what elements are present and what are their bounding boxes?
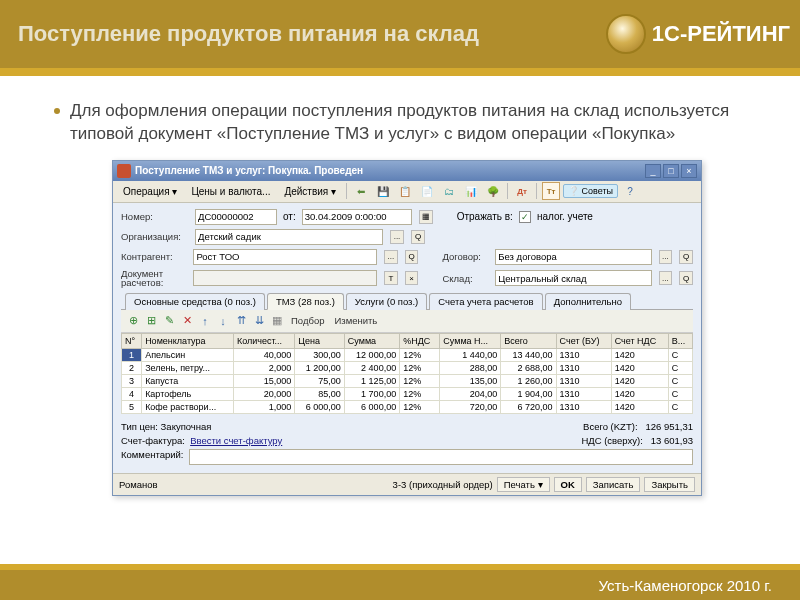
docras-field[interactable]: [193, 270, 377, 286]
save-icon[interactable]: 💾: [374, 182, 392, 200]
number-field[interactable]: ДС00000002: [195, 209, 277, 225]
nds-row: НДС (сверху): 13 601,93: [581, 435, 693, 446]
col-total: Всего: [501, 333, 556, 348]
nds-value: 13 601,93: [651, 435, 693, 446]
form-area: Номер: ДС00000002 от: 30.04.2009 0:00:00…: [113, 203, 701, 416]
col-nds-acct: Счет НДС: [611, 333, 668, 348]
docras-clear-icon[interactable]: ×: [405, 271, 419, 285]
dog-field[interactable]: Без договора: [495, 249, 651, 265]
copy-row-icon[interactable]: ⊞: [143, 313, 159, 329]
sklad-select-icon[interactable]: ...: [659, 271, 673, 285]
contr-field[interactable]: Рост ТОО: [193, 249, 377, 265]
content-area: Для оформления операции поступления прод…: [0, 76, 800, 506]
totals-area: Тип цен: Закупочная Всего (KZT): 126 951…: [113, 416, 701, 473]
date-field[interactable]: 30.04.2009 0:00:00: [302, 209, 412, 225]
table-row[interactable]: 1Апельсин40,000300,0012 000,0012%1 440,0…: [122, 348, 693, 361]
report-icon[interactable]: 📋: [396, 182, 414, 200]
tabs: Основные средства (0 поз.) ТМЗ (28 поз.)…: [121, 292, 693, 310]
table-row[interactable]: 4Картофель20,00085,001 700,0012%204,001 …: [122, 387, 693, 400]
close-button[interactable]: ×: [681, 164, 697, 178]
tab-fixed-assets[interactable]: Основные средства (0 поз.): [125, 293, 265, 310]
separator: [536, 183, 537, 199]
help-icon[interactable]: ?: [621, 182, 639, 200]
sklad-open-icon[interactable]: Q: [679, 271, 693, 285]
date-label: от:: [283, 211, 296, 222]
slide-title: Поступление продуктов питания на склад: [18, 21, 606, 46]
podbor-link[interactable]: Подбор: [287, 315, 328, 326]
slide-header: Поступление продуктов питания на склад 1…: [0, 0, 800, 68]
tab-tmz[interactable]: ТМЗ (28 поз.): [267, 293, 344, 310]
structure-icon[interactable]: 🗂: [440, 182, 458, 200]
comment-field[interactable]: [189, 449, 693, 465]
org-label: Организация:: [121, 231, 189, 242]
bullet-dot-icon: [54, 108, 60, 114]
sort-desc-icon[interactable]: ⇊: [251, 313, 267, 329]
maximize-button[interactable]: □: [663, 164, 679, 178]
move-down-icon[interactable]: ↓: [215, 313, 231, 329]
tab-toolbar: ⊕ ⊞ ✎ ✕ ↑ ↓ ⇈ ⇊ ▦ Подбор Изменить: [121, 310, 693, 333]
print-button[interactable]: Печать ▾: [497, 477, 550, 492]
dog-select-icon[interactable]: ...: [659, 250, 673, 264]
docras-label: Документ расчетов:: [121, 269, 187, 288]
col-nds-pct: %НДС: [400, 333, 440, 348]
post-icon[interactable]: ⬅: [352, 182, 370, 200]
ok-button[interactable]: OK: [554, 477, 582, 492]
logo-text: 1С-РЕЙТИНГ: [652, 21, 790, 47]
contr-select-icon[interactable]: ...: [384, 250, 398, 264]
dog-label: Договор:: [442, 251, 489, 262]
col-v: В...: [668, 333, 692, 348]
table-row[interactable]: 2Зелень, петру...2,0001 200,002 400,0012…: [122, 361, 693, 374]
table-row[interactable]: 3Капуста15,00075,001 125,0012%135,001 26…: [122, 374, 693, 387]
col-price: Цена: [295, 333, 344, 348]
save-button[interactable]: Записать: [586, 477, 641, 492]
total-value: 126 951,31: [645, 421, 693, 432]
menu-operation[interactable]: Операция ▾: [117, 184, 183, 199]
tree-icon[interactable]: 🌳: [484, 182, 502, 200]
separator: [346, 183, 347, 199]
basis-icon[interactable]: 📄: [418, 182, 436, 200]
tax-checkbox[interactable]: ✓: [519, 211, 531, 223]
slide-footer: Усть-Каменогорск 2010 г.: [0, 570, 800, 600]
org-field[interactable]: Детский садик: [195, 229, 383, 245]
sort-asc-icon[interactable]: ⇈: [233, 313, 249, 329]
tab-additional[interactable]: Дополнительно: [545, 293, 631, 310]
close-form-button[interactable]: Закрыть: [644, 477, 695, 492]
titlebar[interactable]: Поступление ТМЗ и услуг: Покупка. Провед…: [113, 161, 701, 181]
number-label: Номер:: [121, 211, 189, 222]
izmenit-link[interactable]: Изменить: [330, 315, 381, 326]
dog-open-icon[interactable]: Q: [679, 250, 693, 264]
menu-prices[interactable]: Цены и валюта...: [185, 184, 276, 199]
col-sum: Сумма: [344, 333, 399, 348]
tab-services[interactable]: Услуги (0 поз.): [346, 293, 427, 310]
sklad-field[interactable]: Центральный склад: [495, 270, 651, 286]
col-acct: Счет (БУ): [556, 333, 611, 348]
app-window: Поступление ТМЗ и услуг: Покупка. Провед…: [112, 160, 702, 496]
minimize-button[interactable]: _: [645, 164, 661, 178]
org-select-icon[interactable]: ...: [390, 230, 404, 244]
tips-button[interactable]: ❔ Советы: [563, 184, 618, 198]
add-row-icon[interactable]: ⊕: [125, 313, 141, 329]
move-up-icon[interactable]: ↑: [197, 313, 213, 329]
items-grid[interactable]: N° Номенклатура Количест... Цена Сумма %…: [121, 333, 693, 414]
price-type-label: Тип цен: Закупочная: [121, 421, 212, 432]
table-row[interactable]: 5Кофе раствори...1,0006 000,006 000,0012…: [122, 400, 693, 413]
delete-row-icon[interactable]: ✕: [179, 313, 195, 329]
edit-row-icon[interactable]: ✎: [161, 313, 177, 329]
col-n: N°: [122, 333, 142, 348]
contr-open-icon[interactable]: Q: [405, 250, 419, 264]
col-nds-sum: Сумма Н...: [440, 333, 501, 348]
movements-icon[interactable]: 📊: [462, 182, 480, 200]
invoice-row: Счет-фактура: Ввести счет-фактуру: [121, 435, 282, 446]
separator: [507, 183, 508, 199]
dt-icon[interactable]: Дт: [513, 182, 531, 200]
fill-icon[interactable]: ▦: [269, 313, 285, 329]
tab-accounts[interactable]: Счета учета расчетов: [429, 293, 542, 310]
enter-invoice-link[interactable]: Ввести счет-фактуру: [190, 435, 282, 446]
docras-t-icon[interactable]: T: [384, 271, 398, 285]
col-nomen: Номенклатура: [142, 333, 234, 348]
menu-actions[interactable]: Действия ▾: [278, 184, 342, 199]
org-open-icon[interactable]: Q: [411, 230, 425, 244]
tt-icon[interactable]: Тт: [542, 182, 560, 200]
date-picker-icon[interactable]: ▦: [419, 210, 433, 224]
header-accent-bar: [0, 68, 800, 76]
